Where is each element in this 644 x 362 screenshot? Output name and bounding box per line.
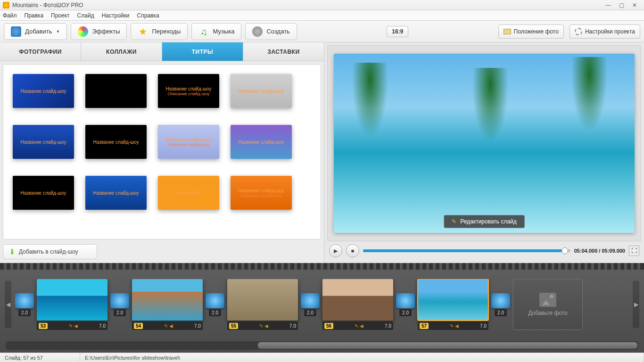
- timeline-slide[interactable]: 54✎◀7.0: [132, 279, 203, 330]
- transition-thumb[interactable]: 2.0: [15, 293, 34, 316]
- transition-thumb[interactable]: 2.0: [301, 293, 320, 316]
- timeline-slide[interactable]: 56✎◀7.0: [322, 279, 393, 330]
- menu-settings[interactable]: Настройки: [102, 12, 130, 19]
- pencil-icon[interactable]: ✎: [164, 323, 168, 329]
- title-template[interactable]: Название слайд-шоу: [13, 125, 74, 159]
- music-label: Музыка: [213, 28, 234, 35]
- pencil-icon[interactable]: ✎: [355, 323, 358, 329]
- transition-thumb[interactable]: 2.0: [110, 293, 129, 316]
- tab-intros[interactable]: ЗАСТАВКИ: [243, 42, 324, 61]
- project-settings-label: Настройки проекта: [585, 28, 635, 35]
- effects-button[interactable]: Эффекты: [71, 23, 127, 40]
- music-icon: ♫: [198, 26, 209, 37]
- transitions-label: Переходы: [152, 28, 181, 35]
- add-button[interactable]: Добавить ▼: [4, 23, 67, 40]
- title-template[interactable]: [85, 74, 147, 108]
- templates-scroll[interactable]: Название слайд-шоуНазвание слайд-шоуОпис…: [3, 65, 321, 239]
- menu-slide[interactable]: Слайд: [77, 12, 94, 19]
- edit-slide-button[interactable]: ✎ Редактировать слайд: [444, 215, 525, 228]
- title-template[interactable]: Название слайд-шоу: [13, 176, 74, 210]
- timeline-nav-right[interactable]: ▶: [633, 281, 639, 328]
- tab-titles[interactable]: ТИТРЫ: [162, 42, 243, 61]
- timeline-nav-left[interactable]: ◀: [5, 281, 11, 328]
- add-photo-card[interactable]: Добавьте фото: [513, 279, 583, 330]
- preview-image[interactable]: ✎ Редактировать слайд: [334, 54, 634, 233]
- aspect-ratio-button[interactable]: 16:9: [387, 26, 408, 37]
- template-title: Название слайд-шоу: [20, 89, 66, 94]
- tab-photos[interactable]: ФОТОГРАФИИ: [0, 42, 81, 61]
- right-panel: ✎ Редактировать слайд ▶ ■ 05:04.000 / 05…: [324, 42, 644, 263]
- play-icon[interactable]: ◀: [455, 323, 459, 329]
- transition-preview: [110, 293, 129, 308]
- stop-button[interactable]: ■: [346, 244, 359, 257]
- project-settings-button[interactable]: Настройки проекта: [570, 25, 640, 39]
- tab-collages[interactable]: КОЛЛАЖИ: [81, 42, 162, 61]
- play-icon[interactable]: ◀: [169, 323, 173, 329]
- pencil-icon[interactable]: ✎: [259, 323, 263, 329]
- timeline-scrollbar[interactable]: [6, 341, 638, 350]
- title-template[interactable]: ние слайд: [158, 176, 219, 210]
- timeline-main: ◀ 2.053✎◀7.02.054✎◀7.02.055✎◀7.02.056✎◀7…: [0, 270, 644, 339]
- menu-project[interactable]: Проект: [51, 12, 70, 19]
- template-title: Название слайд-шоу: [238, 140, 284, 145]
- fullscreen-button[interactable]: ⛶: [629, 246, 639, 256]
- create-button[interactable]: Создать: [245, 23, 297, 40]
- title-template[interactable]: Название слайд-шоуОписание слайд-шоу: [158, 125, 219, 159]
- timeline-slide[interactable]: 53✎◀7.0: [37, 279, 107, 330]
- pencil-icon[interactable]: ✎: [450, 323, 454, 329]
- slide-duration: 7.0: [289, 323, 296, 329]
- transition-thumb[interactable]: 2.0: [491, 293, 510, 316]
- menu-edit[interactable]: Правка: [25, 12, 44, 19]
- slide-info-bar: 55✎◀7.0: [227, 321, 298, 330]
- maximize-button[interactable]: ▢: [615, 1, 628, 9]
- title-template[interactable]: Название слайд-шоу: [85, 125, 147, 159]
- transitions-button[interactable]: ★ Переходы: [131, 23, 188, 40]
- pencil-icon[interactable]: ✎: [69, 323, 73, 329]
- menu-file[interactable]: Файл: [3, 12, 17, 19]
- transition-thumb[interactable]: 2.0: [396, 293, 415, 316]
- title-template[interactable]: Название слайд-шоуОписание слайд-шоу: [231, 176, 292, 210]
- transition-duration: 2.0: [209, 309, 221, 316]
- slide-duration: 7.0: [194, 323, 201, 329]
- menu-help[interactable]: Справка: [137, 12, 159, 19]
- template-title: Название слайд-шоу: [165, 86, 211, 91]
- title-bar: Mountains - ФотоШОУ PRO — ▢ ✕: [0, 0, 644, 10]
- transition-thumb[interactable]: 2.0: [206, 293, 224, 316]
- add-to-slideshow-button[interactable]: ⬇ Добавить в слайд-шоу: [3, 244, 97, 259]
- progress-bar[interactable]: [363, 249, 570, 252]
- title-template[interactable]: Название слайд-шоу: [85, 176, 147, 210]
- close-button[interactable]: ✕: [628, 1, 641, 9]
- minimize-button[interactable]: —: [602, 1, 615, 9]
- transport-controls: ▶ ■ 05:04.000 / 05:09.000 ⛶: [327, 241, 641, 260]
- content-area: ФОТОГРАФИИ КОЛЛАЖИ ТИТРЫ ЗАСТАВКИ Назван…: [0, 42, 644, 263]
- preview-area: ✎ Редактировать слайд: [327, 45, 641, 241]
- title-template[interactable]: Название слайд-шоуОписание слайд-шоу: [158, 74, 219, 108]
- photo-position-button[interactable]: Положение фото: [498, 25, 564, 39]
- image-placeholder-icon: [539, 293, 556, 307]
- title-template[interactable]: Название слайд-шоу: [231, 74, 292, 108]
- template-title: ние слайд: [177, 190, 200, 196]
- play-button[interactable]: ▶: [329, 244, 342, 257]
- play-icon[interactable]: ◀: [360, 323, 363, 329]
- window-title: Mountains - ФотоШОУ PRO: [12, 2, 602, 8]
- add-to-slideshow-label: Добавить в слайд-шоу: [19, 248, 78, 255]
- slides-row: 2.053✎◀7.02.054✎◀7.02.055✎◀7.02.056✎◀7.0…: [15, 279, 629, 330]
- timeline-scrollbar-thumb[interactable]: [258, 342, 637, 349]
- title-template[interactable]: Название слайд-шоу: [231, 125, 292, 159]
- progress-handle[interactable]: [561, 247, 568, 254]
- play-icon[interactable]: ◀: [74, 323, 78, 329]
- play-icon[interactable]: ◀: [264, 323, 268, 329]
- star-icon: ★: [138, 26, 148, 37]
- transition-duration: 2.0: [399, 309, 412, 316]
- template-title: Название слайд-шоу: [238, 89, 284, 94]
- music-button[interactable]: ♫ Музыка: [191, 23, 241, 40]
- slide-number: 53: [39, 323, 48, 329]
- photo-position-icon: [504, 29, 511, 34]
- template-title: Название слайд-шоу: [93, 190, 139, 196]
- templates-area: Название слайд-шоуНазвание слайд-шоуОпис…: [3, 64, 321, 239]
- effects-label: Эффекты: [92, 28, 120, 35]
- timeline-slide[interactable]: 55✎◀7.0: [227, 279, 298, 330]
- slide-info-bar: 53✎◀7.0: [37, 321, 107, 330]
- timeline-slide[interactable]: 57✎◀7.0: [418, 279, 488, 330]
- title-template[interactable]: Название слайд-шоу: [13, 74, 74, 108]
